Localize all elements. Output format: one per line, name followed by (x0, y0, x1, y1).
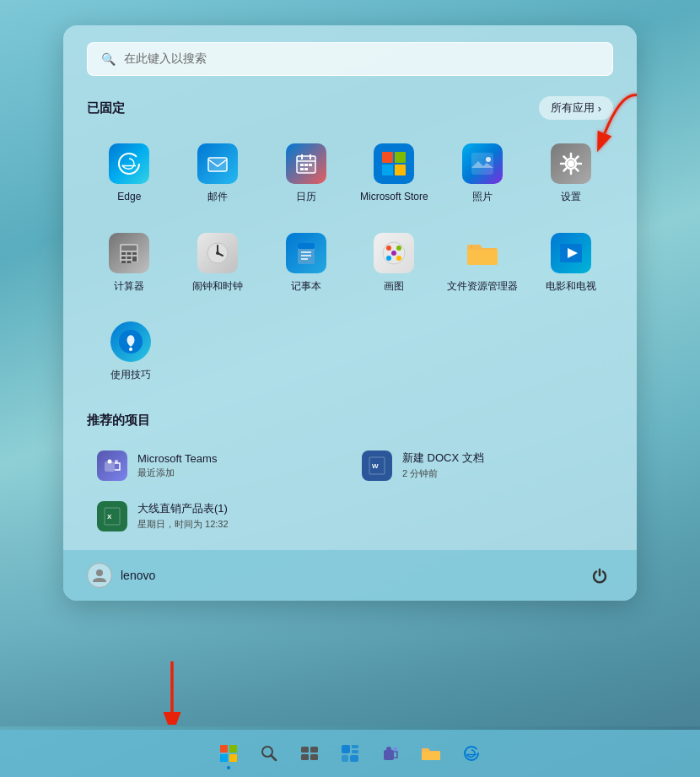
tips-icon (110, 321, 151, 362)
sheet-rec-text: 大线直销产品表(1) 星期日，时间为 12:32 (137, 501, 229, 531)
svg-rect-9 (304, 168, 308, 170)
calculator-icon (109, 233, 149, 273)
calendar-icon (286, 143, 326, 184)
app-paint-label: 画图 (384, 280, 404, 294)
svg-rect-61 (220, 745, 228, 753)
app-notepad[interactable]: 记事本 (263, 223, 348, 304)
app-files[interactable]: 文件资源管理器 (440, 223, 525, 304)
svg-text:X: X (107, 513, 112, 521)
svg-rect-24 (121, 256, 126, 259)
all-apps-arrow: › (598, 102, 601, 115)
svg-rect-68 (310, 747, 318, 753)
taskbar-explorer-button[interactable] (413, 736, 449, 771)
app-edge[interactable]: Edge (87, 133, 172, 214)
app-tips[interactable]: 使用技巧 (87, 311, 175, 392)
taskbar-teams-button[interactable] (373, 736, 408, 771)
taskbar-search-button[interactable] (251, 736, 287, 771)
folder-icon (462, 233, 503, 273)
app-files-label: 文件资源管理器 (447, 280, 518, 294)
svg-rect-64 (229, 754, 237, 762)
app-movies[interactable]: 电影和电视 (528, 223, 613, 304)
docx-rec-name: 新建 DOCX 文档 (402, 451, 484, 466)
all-apps-button[interactable]: 所有应用 › (539, 96, 613, 120)
svg-rect-70 (310, 754, 318, 760)
svg-rect-20 (121, 246, 137, 251)
search-bar[interactable]: 🔍 在此键入以搜索 (87, 42, 613, 76)
svg-rect-13 (395, 165, 406, 175)
svg-point-77 (386, 747, 391, 752)
docx-rec-icon: W (362, 451, 392, 481)
search-placeholder-text: 在此键入以搜索 (124, 51, 207, 67)
mail-icon (197, 143, 238, 184)
svg-rect-7 (309, 164, 312, 166)
taskbar-widgets-button[interactable] (332, 736, 368, 771)
app-calendar[interactable]: 日历 (263, 133, 348, 214)
svg-rect-0 (208, 158, 227, 171)
app-notepad-label: 记事本 (291, 280, 321, 294)
user-profile[interactable]: lenovo (87, 563, 155, 588)
svg-rect-10 (382, 152, 393, 163)
taskbar (0, 730, 700, 777)
svg-rect-8 (300, 168, 304, 170)
pinned-apps-grid-row2: 计算器 闹钟和时钟 (87, 223, 613, 304)
svg-rect-5 (300, 164, 304, 166)
app-mail-label: 邮件 (207, 191, 228, 204)
svg-point-41 (386, 256, 391, 261)
svg-rect-69 (301, 754, 309, 760)
pinned-section-header: 已固定 所有应用 › (87, 96, 613, 120)
start-menu: 🔍 在此键入以搜索 已固定 所有应用 › Ed (63, 25, 637, 601)
svg-rect-23 (132, 252, 137, 255)
taskbar-edge-button[interactable] (454, 736, 489, 771)
svg-point-78 (393, 747, 397, 752)
sheet-rec-name: 大线直销产品表(1) (137, 501, 229, 516)
svg-point-39 (386, 246, 391, 251)
svg-rect-25 (127, 256, 132, 259)
svg-rect-26 (132, 256, 137, 262)
app-calendar-label: 日历 (296, 191, 316, 204)
svg-rect-11 (395, 152, 406, 163)
taskbar-taskview-button[interactable] (292, 736, 327, 771)
svg-rect-71 (342, 745, 350, 753)
power-button[interactable] (586, 562, 613, 589)
user-name: lenovo (121, 569, 155, 582)
user-avatar (87, 563, 112, 588)
svg-rect-74 (342, 755, 348, 762)
start-menu-footer: lenovo (63, 550, 637, 601)
pinned-apps-grid: Edge 邮件 (87, 133, 613, 214)
svg-point-52 (115, 460, 118, 463)
svg-point-43 (391, 251, 396, 256)
pinned-section-title: 已固定 (87, 100, 125, 116)
app-paint[interactable]: 画图 (352, 223, 437, 304)
app-photos[interactable]: 照片 (440, 133, 525, 214)
svg-rect-6 (304, 164, 308, 166)
app-photos-label: 照片 (472, 191, 493, 204)
svg-point-42 (396, 256, 401, 261)
store-icon (374, 143, 414, 184)
app-clock[interactable]: 闹钟和时钟 (175, 223, 261, 304)
all-apps-label: 所有应用 (551, 100, 595, 116)
app-calculator[interactable]: 计算器 (87, 223, 172, 304)
search-icon: 🔍 (101, 52, 116, 66)
app-settings[interactable]: 设置 (528, 133, 613, 214)
svg-rect-14 (471, 153, 493, 175)
teams-rec-sub: 最近添加 (137, 467, 217, 479)
app-settings-label: 设置 (561, 191, 581, 204)
svg-rect-63 (220, 754, 228, 762)
app-store-label: Microsoft Store (360, 191, 428, 204)
app-mail[interactable]: 邮件 (175, 133, 261, 214)
teams-rec-icon (97, 451, 127, 481)
svg-rect-22 (127, 252, 132, 255)
paint-icon (374, 233, 414, 273)
app-clock-label: 闹钟和时钟 (192, 280, 243, 294)
app-store[interactable]: Microsoft Store (352, 133, 437, 214)
photos-icon (462, 143, 503, 184)
app-calculator-label: 计算器 (114, 280, 144, 294)
svg-rect-73 (352, 750, 358, 753)
movies-icon (551, 233, 591, 273)
clock-icon (197, 233, 238, 273)
rec-docx[interactable]: W 新建 DOCX 文档 2 分钟前 (352, 442, 613, 489)
rec-teams[interactable]: Microsoft Teams 最近添加 (87, 442, 348, 489)
svg-point-16 (568, 160, 574, 167)
rec-sheet[interactable]: X 大线直销产品表(1) 星期日，时间为 12:32 (87, 493, 348, 540)
taskbar-start-button[interactable] (211, 736, 246, 771)
